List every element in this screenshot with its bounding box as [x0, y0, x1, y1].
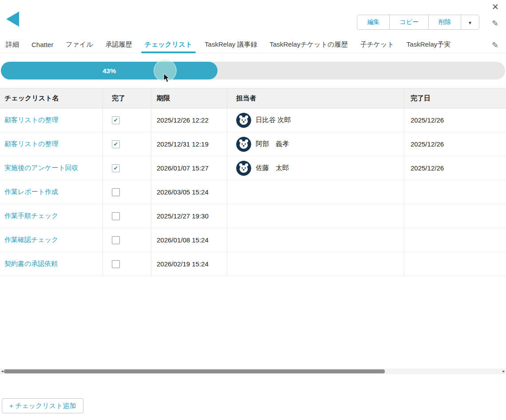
done-checkbox[interactable]: [112, 260, 120, 268]
column-header-name: チェックリスト名: [0, 88, 103, 108]
tab-item[interactable]: 承認履歴: [99, 36, 138, 53]
record-detail-panel: ✕ 編集 コピー 削除 ▼ ✎ 詳細Chatterファイル承認履歴チェックリスト…: [0, 0, 506, 420]
progress-fill: 43%: [1, 62, 217, 79]
checklist-name-link[interactable]: 顧客リストの整理: [4, 116, 58, 124]
due-date: 2026/01/08 15:24: [151, 228, 227, 252]
tab-item[interactable]: TaskRelay 議事録: [198, 36, 263, 53]
mouse-cursor-icon: [163, 73, 170, 83]
done-checkbox[interactable]: ✔: [112, 116, 120, 124]
table-row: 作業手順チェック2025/12/27 19:30: [0, 204, 506, 228]
assignee-cell: [227, 204, 404, 228]
assignee-cell: [227, 180, 404, 204]
table-row: 顧客リストの整理✔2025/12/26 12:22日比谷 次郎2025/12/2…: [0, 108, 506, 132]
add-checklist-button[interactable]: + チェックリスト追加: [2, 398, 83, 413]
due-date: 2025/12/26 12:22: [151, 108, 227, 132]
column-header-completed: 完了日: [404, 88, 506, 108]
tab-item[interactable]: ファイル: [59, 36, 99, 53]
close-icon[interactable]: ✕: [492, 2, 499, 12]
assignee-name: 日比谷 次郎: [256, 116, 291, 124]
done-checkbox[interactable]: [112, 188, 120, 196]
due-date: 2026/01/07 15:27: [151, 156, 227, 180]
record-action-group: 編集 コピー 削除 ▼: [357, 15, 479, 30]
scroll-right-icon[interactable]: ►: [502, 369, 506, 373]
tab-item[interactable]: チェックリスト: [138, 36, 198, 53]
completed-date: [404, 180, 506, 204]
assignee-cell: [227, 252, 404, 276]
tab-item[interactable]: 子チケット: [354, 36, 400, 53]
checklist-name-link[interactable]: 契約書の承認依頼: [4, 260, 58, 268]
edit-button[interactable]: 編集: [357, 15, 390, 29]
due-date: 2026/03/05 15:24: [151, 180, 227, 204]
due-date: 2025/12/27 19:30: [151, 204, 227, 228]
completed-date: 2025/12/26: [404, 132, 506, 156]
table-row: 契約書の承認依頼2026/02/19 15:24: [0, 252, 506, 276]
delete-button[interactable]: 削除: [429, 15, 461, 29]
due-date: 2026/02/19 15:24: [151, 252, 227, 276]
table-row: 作業レポート作成2026/03/05 15:24: [0, 180, 506, 204]
done-checkbox[interactable]: ✔: [112, 140, 120, 148]
scrollbar-thumb[interactable]: [4, 369, 385, 373]
assignee-cell: 日比谷 次郎: [227, 108, 404, 132]
table-row: 顧客リストの整理✔2025/12/31 12:19阿部 義孝2025/12/26: [0, 132, 506, 156]
checklist-table: チェックリスト名 完了 期限 担当者 完了日 顧客リストの整理✔2025/12/…: [0, 88, 506, 276]
horizontal-scrollbar[interactable]: ◄ ►: [0, 368, 506, 374]
column-header-done: 完了: [103, 88, 151, 108]
checklist-name-link[interactable]: 作業手順チェック: [4, 212, 58, 220]
column-header-assignee: 担当者: [227, 88, 404, 108]
tab-bar: 詳細Chatterファイル承認履歴チェックリストTaskRelay 議事録Tas…: [0, 36, 506, 53]
completed-date: 2025/12/26: [404, 156, 506, 180]
back-triangle-icon[interactable]: [6, 12, 19, 27]
copy-button[interactable]: コピー: [390, 15, 429, 29]
edit-pencil-icon[interactable]: ✎: [492, 19, 498, 28]
tab-item[interactable]: 詳細: [6, 36, 25, 53]
checklist-name-link[interactable]: 実施後のアンケート回収: [4, 164, 79, 172]
assignee-name: 阿部 義孝: [256, 140, 289, 148]
scroll-left-icon[interactable]: ◄: [0, 369, 4, 373]
assignee-avatar-icon: [236, 137, 251, 152]
tabs-edit-pencil-icon[interactable]: ✎: [492, 40, 498, 50]
assignee-cell: [227, 228, 404, 252]
tab-item[interactable]: TaskRelayチケットの履歴: [263, 36, 354, 53]
done-checkbox[interactable]: [112, 212, 120, 220]
assignee-name: 佐藤 太郎: [256, 164, 289, 172]
due-date: 2025/12/31 12:19: [151, 132, 227, 156]
checklist-name-link[interactable]: 作業レポート作成: [4, 188, 58, 196]
done-checkbox[interactable]: [112, 236, 120, 244]
checklist-table-body: 顧客リストの整理✔2025/12/26 12:22日比谷 次郎2025/12/2…: [0, 108, 506, 276]
completed-date: 2025/12/26: [404, 108, 506, 132]
column-header-due: 期限: [151, 88, 227, 108]
table-row: 実施後のアンケート回収✔2026/01/07 15:27佐藤 太郎2025/12…: [0, 156, 506, 180]
assignee-avatar-icon: [236, 113, 251, 128]
progress-label: 43%: [103, 67, 116, 75]
done-checkbox[interactable]: ✔: [112, 164, 120, 172]
assignee-cell: 佐藤 太郎: [227, 156, 404, 180]
top-bar: ✕ 編集 コピー 削除 ▼ ✎: [0, 0, 506, 36]
assignee-avatar-icon: [236, 161, 251, 176]
progress-bar: 43%: [1, 62, 505, 79]
completed-date: [404, 252, 506, 276]
tab-item[interactable]: TaskRelay予実: [400, 36, 457, 53]
table-header-row: チェックリスト名 完了 期限 担当者 完了日: [0, 88, 506, 108]
checklist-name-link[interactable]: 顧客リストの整理: [4, 140, 58, 148]
checklist-name-link[interactable]: 作業確認チェック: [4, 236, 58, 244]
assignee-cell: 阿部 義孝: [227, 132, 404, 156]
completed-date: [404, 204, 506, 228]
more-actions-dropdown[interactable]: ▼: [461, 15, 479, 29]
table-row: 作業確認チェック2026/01/08 15:24: [0, 228, 506, 252]
tabs-container: 詳細Chatterファイル承認履歴チェックリストTaskRelay 議事録Tas…: [0, 36, 506, 53]
chevron-down-icon: ▼: [468, 20, 472, 25]
tab-item[interactable]: Chatter: [25, 36, 59, 53]
completed-date: [404, 228, 506, 252]
